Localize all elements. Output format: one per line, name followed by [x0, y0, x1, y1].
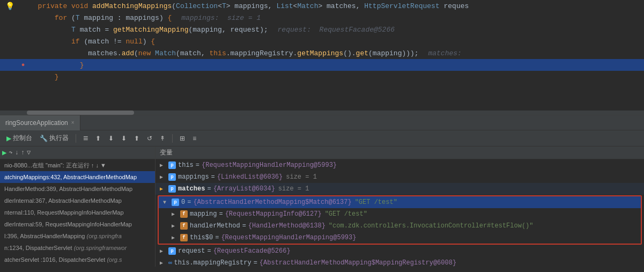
stack-item-running[interactable]: nio-8080...在组 "main": 正在运行 ↑ ↓ ▼: [0, 159, 155, 171]
icon-this0: f: [180, 234, 188, 241]
var-item-mappingregistry[interactable]: ▶ ∞ this.mappingRegistry = {AbstractHand…: [156, 257, 644, 267]
stack-item-1[interactable]: atchingMappings:432, AbstractHandlerMeth…: [0, 171, 155, 183]
arrow-registry: ▶: [160, 260, 166, 266]
eq-request: =: [207, 247, 211, 255]
icon-0: p: [172, 199, 179, 206]
var-item-mapping[interactable]: ▶ f mapping = {RequestMappingInfo@6127} …: [159, 208, 641, 220]
arrow-mappings: ▶: [160, 174, 166, 180]
code-text-7: }: [27, 73, 59, 81]
icon-mappings: p: [168, 173, 176, 181]
var-item-matches[interactable]: ▶ p matches = {ArrayList@6034} size = 1: [156, 183, 644, 195]
up2-btn[interactable]: ⬆: [132, 134, 142, 143]
step-into-icon[interactable]: ↓: [15, 149, 19, 157]
down-btn[interactable]: ⬇: [106, 134, 116, 143]
icon-mapping: f: [180, 210, 188, 218]
var-item-0[interactable]: ▼ p 0 = {AbstractHandlerMethodMapping$Ma…: [159, 196, 641, 208]
code-line-7: }: [0, 71, 644, 83]
stack-item-2[interactable]: HandlerMethod:389, AbstractHandlerMethod…: [0, 183, 155, 195]
step-over-icon[interactable]: ↷: [9, 149, 12, 157]
value-request: {RequestFacade@5266}: [213, 247, 291, 255]
stack-item-5[interactable]: dlerInternal:59, RequestMappingInfoHandl…: [0, 218, 155, 230]
console-label: 控制台: [13, 134, 32, 143]
var-item-request[interactable]: ▶ p request = {RequestFacade@5266}: [156, 245, 644, 257]
extra-mappings: size = 1: [286, 173, 317, 181]
down2-btn[interactable]: ⬇: [119, 134, 129, 143]
code-line-3: T match = getMatchingMapping(mapping, re…: [0, 24, 644, 35]
var-item-this[interactable]: ▶ p this = {RequestMappingHandlerMapping…: [156, 159, 644, 171]
code-text-2: for (T mapping : mappings) { mappings: s…: [27, 14, 261, 22]
eq-this: =: [196, 161, 199, 169]
name-this: this: [178, 161, 194, 169]
stack-text-6: l:396, AbstractHandlerMapping (org.sprin…: [4, 233, 122, 239]
up-btn[interactable]: ⬆: [93, 134, 103, 143]
stack-item-3[interactable]: dlerInternal:367, AbstractHandlerMethodM…: [0, 195, 155, 207]
var-item-handlermethod[interactable]: ▶ f handlerMethod = {HandlerMethod@6138}…: [159, 220, 641, 232]
up-icon: ⬆: [95, 135, 101, 142]
stack-text-1: atchingMappings:432, AbstractHandlerMeth…: [4, 174, 137, 180]
value-this0: {RequestMappingHandlerMapping@5993}: [221, 234, 356, 241]
file-tab[interactable]: ringSourceApplication ×: [0, 115, 80, 130]
code-text-4: if (match != null) {: [27, 38, 155, 46]
red-border-group: ▼ p 0 = {AbstractHandlerMethodMapping$Ma…: [158, 195, 642, 245]
variables-header: 变量: [156, 146, 644, 159]
name-matches: matches: [178, 185, 205, 193]
eq-registry: =: [254, 259, 257, 267]
scrollbar-thumb[interactable]: [27, 111, 134, 115]
list-btn[interactable]: ≡: [190, 134, 198, 143]
eq-0: =: [187, 199, 191, 206]
var-item-mappings[interactable]: ▶ p mappings = {LinkedList@6036} size = …: [156, 171, 644, 183]
arrow-matches: ▶: [160, 186, 166, 192]
resume-icon[interactable]: ▶: [2, 148, 6, 157]
refresh-icon: ↺: [147, 135, 152, 142]
extra-0: "GET /test": [355, 199, 397, 206]
stack-item-6[interactable]: l:396, AbstractHandlerMapping (org.sprin…: [0, 230, 155, 242]
stack-text-2: HandlerMethod:389, AbstractHandlerMethod…: [4, 186, 132, 192]
step-out-icon[interactable]: ↑: [21, 149, 25, 157]
menu-btn[interactable]: ≡: [81, 133, 90, 144]
stack-item-7[interactable]: n:1234, DispatcherServlet (org.springfra…: [0, 242, 155, 254]
eq-handlermethod: =: [242, 222, 246, 230]
down-icon: ⬇: [108, 135, 114, 142]
arrow-handlermethod: ▶: [172, 223, 178, 229]
icon-request: p: [168, 247, 176, 255]
executor-button[interactable]: 🔧 执行器: [38, 133, 71, 144]
refresh-btn[interactable]: ↺: [145, 134, 154, 143]
icon-matches: p: [168, 185, 176, 193]
name-this0: this$0: [190, 234, 213, 241]
grid-btn[interactable]: ⊞: [177, 134, 187, 143]
separator-2: [172, 134, 173, 143]
jump-icon: ↟: [160, 135, 165, 142]
console-button[interactable]: ▶ 控制台: [4, 133, 34, 144]
up2-icon: ⬆: [134, 135, 139, 142]
eq-mappings: =: [211, 173, 215, 181]
value-0: {AbstractHandlerMethodMapping$Match@6137…: [193, 199, 351, 206]
variables-panel: 变量 ▶ p this = {RequestMappingHandlerMapp…: [156, 146, 644, 267]
stack-text-8: atcherServlet :1016, DispatcherServlet (…: [4, 256, 122, 263]
jump-btn[interactable]: ↟: [158, 134, 167, 143]
value-this: {RequestMappingHandlerMapping@5993}: [202, 161, 337, 169]
eq-this0: =: [215, 234, 219, 241]
stack-item-4[interactable]: nternal:110, RequestMappingInfoHandlerMa…: [0, 207, 155, 218]
play-icon: ▶: [6, 135, 11, 142]
code-line-2: for (T mapping : mappings) { mappings: s…: [0, 12, 644, 24]
eq-matches: =: [207, 185, 211, 193]
stack-text-3: dlerInternal:367, AbstractHandlerMethodM…: [4, 197, 122, 204]
var-item-this0[interactable]: ▶ f this$0 = {RequestMappingHandlerMappi…: [159, 232, 641, 244]
stack-item-8[interactable]: atcherServlet :1016, DispatcherServlet (…: [0, 254, 155, 266]
editor-scrollbar[interactable]: [0, 111, 644, 115]
orange-bulb-icon: 💡: [3, 2, 19, 11]
code-line-6: ● }: [0, 59, 644, 71]
eq-mapping: =: [219, 210, 223, 218]
tab-close-icon[interactable]: ×: [71, 120, 75, 126]
value-matches: {ArrayList@6034}: [213, 185, 275, 193]
filter-icon[interactable]: ▽: [27, 149, 31, 157]
code-line-4: if (match != null) {: [0, 35, 644, 47]
arrow-request: ▶: [160, 248, 166, 254]
var-list: ▶ p this = {RequestMappingHandlerMapping…: [156, 159, 644, 267]
name-0: 0: [181, 199, 185, 206]
tab-bar: ringSourceApplication ×: [0, 115, 644, 130]
name-registry: this.mappingRegistry: [174, 259, 251, 267]
debug-panel: ▶ ↷ ↓ ↑ ▽ nio-8080...在组 "main": 正在运行 ↑ ↓…: [0, 146, 644, 267]
icon-this: p: [168, 161, 176, 169]
value-handlermethod: {HandlerMethod@6138}: [248, 222, 325, 230]
